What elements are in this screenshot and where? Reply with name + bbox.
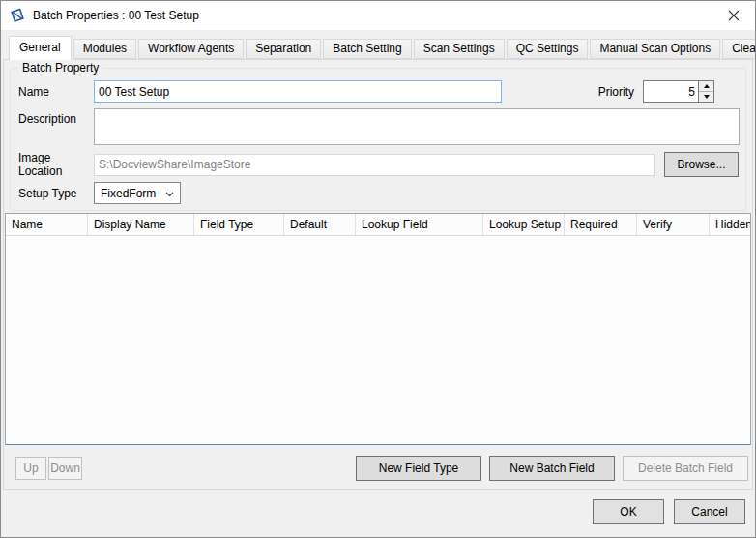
name-input[interactable] bbox=[94, 80, 502, 103]
spin-down-button[interactable] bbox=[699, 92, 713, 102]
column-header-default[interactable]: Default bbox=[284, 214, 356, 235]
delete-batch-field-button[interactable]: Delete Batch Field bbox=[623, 456, 748, 481]
batch-property-group: Batch Property Name Priority Description bbox=[10, 68, 746, 211]
image-location-input bbox=[94, 154, 655, 176]
table-body[interactable] bbox=[6, 236, 750, 444]
batch-property-group-label: Batch Property bbox=[18, 61, 102, 75]
ok-button[interactable]: OK bbox=[593, 499, 664, 524]
new-batch-field-button[interactable]: New Batch Field bbox=[489, 456, 615, 481]
tab-general[interactable]: General bbox=[9, 36, 72, 60]
tab-cleanup-and-search[interactable]: Cleanup and Search bbox=[722, 39, 756, 59]
description-input[interactable] bbox=[94, 108, 740, 145]
tab-strip: GeneralModulesWorkflow AgentsSeparationB… bbox=[1, 30, 755, 59]
tab-scan-settings[interactable]: Scan Settings bbox=[414, 39, 505, 59]
cancel-button[interactable]: Cancel bbox=[674, 499, 745, 524]
setup-type-label: Setup Type bbox=[11, 187, 94, 200]
tab-manual-scan-options[interactable]: Manual Scan Options bbox=[590, 39, 720, 59]
priority-spinner bbox=[643, 80, 714, 103]
app-logo-icon bbox=[10, 8, 25, 23]
setup-type-value: FixedForm bbox=[101, 187, 165, 200]
window-title: Batch Properties : 00 Test Setup bbox=[33, 9, 199, 22]
column-header-display-name[interactable]: Display Name bbox=[88, 214, 194, 235]
description-label: Description bbox=[11, 108, 94, 126]
priority-input[interactable] bbox=[643, 80, 698, 103]
close-x-icon bbox=[728, 10, 740, 21]
priority-spin-buttons bbox=[698, 80, 714, 103]
tab-modules[interactable]: Modules bbox=[73, 39, 136, 59]
titlebar: Batch Properties : 00 Test Setup bbox=[1, 1, 755, 30]
setup-type-dropdown[interactable]: FixedForm bbox=[94, 182, 181, 204]
setup-type-row: Setup Type FixedForm bbox=[11, 182, 745, 204]
dialog-footer: OK Cancel bbox=[1, 490, 755, 537]
table-actions: Up Down New Field Type New Batch Field D… bbox=[15, 456, 748, 481]
browse-button[interactable]: Browse... bbox=[664, 152, 739, 177]
column-header-verify[interactable]: Verify bbox=[637, 214, 710, 235]
tab-qc-settings[interactable]: QC Settings bbox=[507, 39, 589, 59]
column-header-field-type[interactable]: Field Type bbox=[194, 214, 284, 235]
name-row: Name Priority bbox=[11, 80, 745, 103]
tab-workflow-agents[interactable]: Workflow Agents bbox=[138, 39, 244, 59]
column-header-name[interactable]: Name bbox=[6, 214, 88, 235]
column-header-lookup-field[interactable]: Lookup Field bbox=[356, 214, 483, 235]
description-row: Description bbox=[11, 108, 745, 145]
tab-batch-setting[interactable]: Batch Setting bbox=[323, 39, 411, 59]
image-location-row: Image Location Browse... bbox=[11, 151, 745, 178]
name-label: Name bbox=[11, 85, 94, 99]
new-field-type-button[interactable]: New Field Type bbox=[356, 456, 481, 481]
column-header-lookup-setup[interactable]: Lookup Setup bbox=[483, 214, 565, 235]
column-header-hidden[interactable]: Hidden bbox=[710, 214, 750, 235]
batch-properties-dialog: Batch Properties : 00 Test Setup General… bbox=[0, 0, 756, 538]
spin-up-button[interactable] bbox=[699, 81, 713, 92]
triangle-up-icon bbox=[704, 84, 710, 88]
priority-label: Priority bbox=[598, 85, 634, 99]
image-location-label: Image Location bbox=[11, 151, 94, 178]
batch-fields-table: NameDisplay NameField TypeDefaultLookup … bbox=[5, 213, 751, 445]
tab-page-general: Batch Property Name Priority Description bbox=[3, 59, 753, 490]
up-button[interactable]: Up bbox=[15, 457, 46, 480]
down-button[interactable]: Down bbox=[48, 457, 82, 480]
triangle-down-icon bbox=[704, 95, 710, 99]
column-header-required[interactable]: Required bbox=[565, 214, 637, 235]
tab-separation[interactable]: Separation bbox=[246, 39, 321, 59]
close-button[interactable] bbox=[712, 1, 755, 30]
table-header-row: NameDisplay NameField TypeDefaultLookup … bbox=[6, 214, 750, 236]
chevron-down-icon bbox=[165, 187, 174, 200]
